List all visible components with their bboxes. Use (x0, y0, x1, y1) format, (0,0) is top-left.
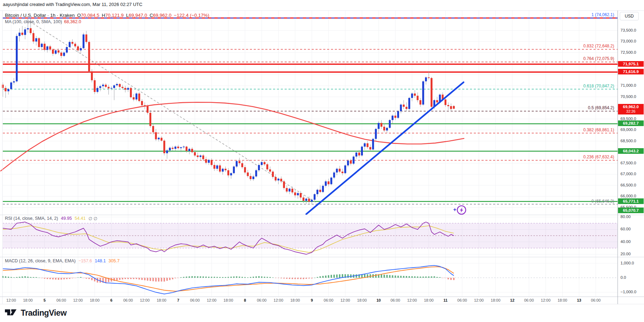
time-axis-day-label: 6 (110, 298, 112, 302)
macd-histogram-bar (406, 276, 407, 278)
time-axis-label: 12:00 (207, 298, 217, 302)
macd-histogram-bar (303, 278, 304, 279)
macd-histogram-bar (86, 278, 87, 279)
macd-histogram-bar (33, 277, 34, 278)
time-axis-label: 12:00 (6, 298, 16, 302)
candle (60, 53, 62, 56)
macd-histogram-bar (267, 277, 268, 278)
candle (35, 38, 37, 42)
macd-histogram-bar (437, 277, 438, 278)
candle (400, 105, 402, 111)
time-axis-label: 12:00 (541, 298, 551, 302)
macd-histogram-bar (183, 277, 185, 278)
macd-histogram-bar (80, 277, 81, 278)
macd-histogram-bar (64, 278, 65, 280)
candle (350, 160, 352, 164)
time-axis-label: 06:00 (324, 298, 333, 302)
macd-histogram-bar (417, 276, 418, 278)
tradingview-logo[interactable]: TradingView (4, 308, 67, 318)
candle (213, 165, 215, 169)
candle (358, 153, 360, 156)
lightning-icon[interactable] (452, 204, 468, 216)
candle (180, 147, 182, 148)
tradingview-logo-text: TradingView (21, 308, 67, 318)
macd-histogram-bar (439, 277, 440, 278)
candle (55, 50, 57, 54)
candle (378, 123, 379, 129)
macd-histogram-bar (211, 277, 212, 278)
macd-histogram-bar (74, 278, 76, 278)
candle (116, 84, 118, 85)
candle (7, 89, 9, 91)
macd-histogram-bar (331, 275, 332, 278)
candle (219, 165, 221, 172)
candle (392, 116, 393, 120)
macd-hist-value: −157.6 (78, 258, 92, 263)
rsi-axis-label: 60.00 (620, 227, 631, 231)
time-axis-label: 18:00 (290, 298, 300, 302)
candle (138, 93, 140, 101)
candle (216, 165, 218, 169)
macd-histogram-bar (152, 278, 154, 281)
macd-histogram-bar (381, 275, 382, 278)
macd-histogram-bar (122, 278, 123, 280)
time-axis-label: 06:00 (190, 298, 200, 302)
candle (300, 193, 301, 198)
macd-histogram-bar (375, 274, 377, 278)
macd-axis-label: 0.0 (620, 275, 626, 280)
macd-histogram-bar (442, 278, 443, 278)
candle (422, 81, 424, 105)
macd-histogram-bar (130, 278, 132, 279)
time-axis-label: 06:00 (524, 298, 534, 302)
candle (41, 44, 42, 47)
macd-histogram-bar (272, 277, 274, 278)
time-axis-label: 06:00 (591, 298, 601, 302)
macd-histogram-bar (231, 277, 232, 278)
candle (166, 150, 168, 153)
macd-histogram-bar (395, 276, 396, 278)
candle (372, 139, 374, 150)
change-value: −122.4 (−0.17%) (174, 13, 210, 18)
time-axis-day-label: 12 (510, 298, 514, 302)
chart-plot-area[interactable] (0, 0, 644, 322)
macd-histogram-bar (83, 278, 84, 278)
time-axis-day-label: 8 (244, 298, 246, 302)
time-axis-day-label: 7 (177, 298, 179, 302)
candle (394, 116, 396, 118)
candle (264, 162, 265, 164)
candle (244, 167, 246, 172)
candle (445, 99, 446, 105)
last-price-value: 69,962.0 (618, 105, 644, 109)
macd-histogram-bar (178, 278, 179, 278)
candle (261, 162, 263, 165)
candle (414, 93, 416, 96)
candle (222, 169, 224, 172)
time-axis-label: 12:00 (274, 298, 284, 302)
macd-signal-value: 305.7 (108, 258, 119, 263)
macd-histogram-bar (72, 278, 73, 278)
fib-level-label: 0.764 (72,075.9) (583, 56, 614, 61)
candle (367, 143, 369, 147)
macd-histogram-bar (397, 276, 399, 278)
price-axis-label: 67,500.0 (620, 161, 636, 165)
candle (314, 194, 316, 200)
candle (369, 147, 371, 150)
macd-histogram-bar (41, 278, 42, 278)
candle (397, 111, 399, 118)
candle (436, 100, 438, 102)
time-axis-label: 06:00 (391, 298, 400, 302)
macd-histogram-bar (319, 276, 321, 278)
candle (74, 44, 76, 47)
candle (147, 106, 148, 113)
candle (21, 33, 23, 35)
rsi-axis-label: 40.00 (620, 239, 631, 244)
time-axis-label: 18:00 (558, 298, 567, 302)
candle (44, 44, 45, 50)
candle (453, 106, 454, 109)
macd-histogram-bar (136, 278, 137, 279)
macd-histogram-bar (161, 278, 162, 282)
candle (72, 42, 73, 44)
candle (428, 77, 430, 78)
macd-histogram-bar (241, 277, 243, 278)
macd-histogram-bar (411, 276, 413, 278)
